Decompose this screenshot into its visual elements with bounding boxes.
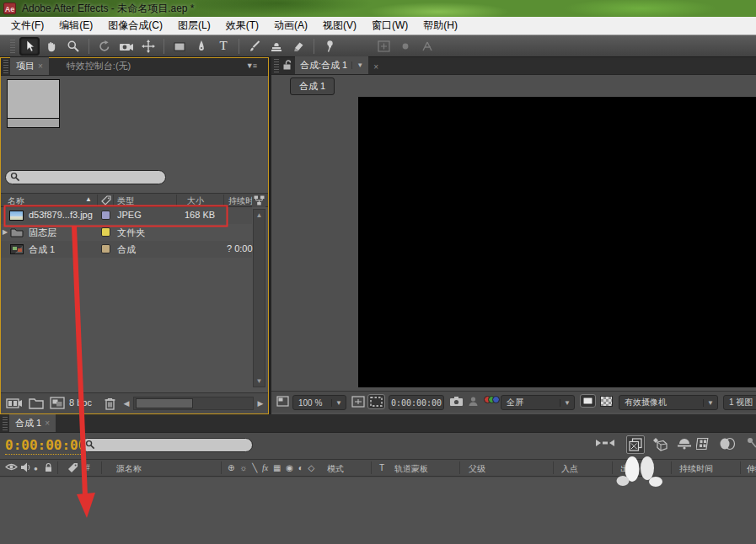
menu-window[interactable]: 窗口(W): [364, 17, 416, 35]
menu-view[interactable]: 视图(V): [315, 17, 364, 35]
camera-tool-button[interactable]: [116, 37, 137, 56]
tab-timeline-comp1[interactable]: 合成 1 ×: [9, 414, 56, 432]
tab-effect-controls[interactable]: 特效控制台:(无): [61, 57, 137, 75]
eraser-tool-button[interactable]: [288, 37, 308, 56]
project-vertical-scrollbar[interactable]: ▲ ▼: [253, 209, 265, 387]
safe-margins-icon[interactable]: [351, 396, 365, 408]
label-color-chip[interactable]: [101, 244, 110, 253]
current-timecode[interactable]: 0:00:00:00: [5, 437, 86, 455]
sort-asc-icon[interactable]: ▲: [85, 195, 92, 203]
transparency-grid-icon[interactable]: [600, 396, 613, 407]
pan-behind-tool-button[interactable]: [138, 37, 158, 56]
label-color-chip[interactable]: [101, 211, 110, 220]
interpret-footage-icon[interactable]: [6, 397, 23, 412]
project-flowchart-icon[interactable]: [252, 194, 265, 207]
label-color-chip[interactable]: [101, 227, 110, 237]
snapshot-camera-icon[interactable]: [449, 396, 464, 407]
menu-layer[interactable]: 图层(L): [170, 17, 218, 35]
rotation-tool-button[interactable]: [94, 37, 115, 56]
trkmat-t-column[interactable]: T: [379, 463, 384, 472]
menu-composition[interactable]: 图像合成(C): [100, 17, 170, 35]
target-region-icon[interactable]: [580, 394, 596, 408]
mode-column[interactable]: 模式: [327, 463, 344, 475]
solo-icon[interactable]: ●: [34, 465, 38, 472]
comp-timecode-button[interactable]: 0:00:00:00: [389, 395, 444, 410]
timeline-search-input[interactable]: [95, 440, 237, 451]
toolbar-grip[interactable]: [10, 40, 15, 53]
pen-tool-button[interactable]: [191, 37, 212, 56]
hand-tool-button[interactable]: [41, 37, 62, 56]
show-snapshot-icon[interactable]: [468, 396, 479, 407]
duration-column[interactable]: 持续时间: [679, 463, 713, 475]
selection-tool-button[interactable]: [19, 37, 40, 56]
graph-editor-icon[interactable]: [747, 437, 756, 449]
chevron-down-icon[interactable]: ▼: [351, 61, 363, 69]
scroll-right-icon[interactable]: ▶: [255, 396, 266, 411]
zoom-tool-button[interactable]: [63, 37, 83, 56]
menu-animation[interactable]: 动画(A): [266, 17, 315, 35]
puppet-pin-tool-button[interactable]: [319, 37, 340, 56]
trash-icon[interactable]: [104, 397, 116, 412]
region-of-interest-icon[interactable]: [367, 394, 385, 409]
shy-layers-icon[interactable]: [677, 437, 692, 450]
close-icon[interactable]: ×: [373, 62, 378, 72]
scroll-up-icon[interactable]: ▲: [254, 211, 265, 219]
view-count-select[interactable]: 1 视图 ▼: [723, 395, 756, 410]
table-row-composition[interactable]: 合成 1 合成 ? 0:00: [1, 241, 252, 258]
new-composition-icon[interactable]: [50, 397, 65, 411]
composition-viewport[interactable]: [358, 97, 756, 387]
panel-grip[interactable]: [274, 59, 279, 72]
expand-icon[interactable]: ▶: [3, 228, 8, 236]
panel-grip[interactable]: [3, 60, 8, 73]
type-tool-button[interactable]: T: [213, 37, 233, 56]
lock-column-icon[interactable]: [44, 462, 53, 474]
bit-depth-label[interactable]: 8 bpc: [69, 397, 92, 408]
motion-blur-icon[interactable]: [718, 437, 737, 451]
panel-grip[interactable]: [3, 417, 8, 430]
column-name[interactable]: 名称: [8, 195, 24, 207]
tab-project[interactable]: 项目 ×: [10, 57, 49, 75]
timeline-layer-area[interactable]: [0, 477, 756, 544]
label-column-icon[interactable]: [67, 462, 78, 475]
parent-column[interactable]: 父级: [469, 463, 485, 475]
source-name-column[interactable]: 源名称: [116, 463, 142, 475]
lock-icon[interactable]: [282, 60, 292, 72]
live-update-icon[interactable]: [626, 435, 645, 454]
rectangle-tool-button[interactable]: [169, 37, 190, 56]
scrollbar-thumb[interactable]: [136, 398, 193, 408]
audio-speaker-icon[interactable]: [20, 462, 30, 474]
menu-file[interactable]: 文件(F): [3, 17, 51, 35]
mini-flowchart-icon[interactable]: [594, 437, 616, 449]
zoom-level-select[interactable]: 100 % ▼: [292, 395, 346, 410]
trkmat-column[interactable]: 轨道蒙板: [394, 463, 428, 475]
project-horizontal-scrollbar[interactable]: [133, 397, 254, 410]
close-icon[interactable]: ×: [38, 61, 43, 71]
new-folder-icon[interactable]: [29, 397, 44, 411]
menu-edit[interactable]: 编辑(E): [51, 17, 100, 35]
title-bar[interactable]: Ae Adobe After Effects - 未命名项目.aep *: [0, 0, 756, 17]
comp-subtab[interactable]: 合成 1: [290, 77, 335, 95]
scroll-down-icon[interactable]: ▼: [254, 377, 265, 385]
video-eye-icon[interactable]: [5, 462, 18, 473]
stretch-column[interactable]: 伸缩: [747, 463, 756, 475]
layer-number-column[interactable]: #: [85, 463, 90, 472]
menu-help[interactable]: 帮助(H): [416, 17, 465, 35]
column-size[interactable]: 大小: [187, 195, 204, 207]
brush-tool-button[interactable]: [244, 37, 265, 56]
draft-3d-icon[interactable]: [651, 437, 669, 451]
rgb-channels-icon[interactable]: [484, 396, 500, 403]
project-search-input[interactable]: [20, 173, 152, 183]
clone-stamp-tool-button[interactable]: [266, 37, 287, 56]
close-icon[interactable]: ×: [45, 419, 50, 428]
table-row-solids-folder[interactable]: ▶ 固态层 文件夹: [1, 224, 252, 241]
label-column-icon[interactable]: [101, 195, 111, 207]
panel-menu-icon[interactable]: ▼≡: [246, 61, 256, 70]
active-camera-select[interactable]: 有效摄像机 ▼: [619, 395, 718, 410]
in-column[interactable]: 入点: [561, 463, 578, 475]
table-row-footage[interactable]: d53f879...f3.jpg JPEG 168 KB: [1, 207, 252, 224]
scroll-left-icon[interactable]: ◀: [121, 396, 132, 411]
out-column[interactable]: 出点: [620, 463, 637, 475]
column-type[interactable]: 类型: [117, 195, 134, 207]
layer-switches-icons[interactable]: ⊕ ☼ ╲ fx ▦ ◉ ◐ ◇: [228, 463, 317, 472]
tab-comp-viewer[interactable]: 合成:合成 1 ▼: [295, 56, 368, 74]
